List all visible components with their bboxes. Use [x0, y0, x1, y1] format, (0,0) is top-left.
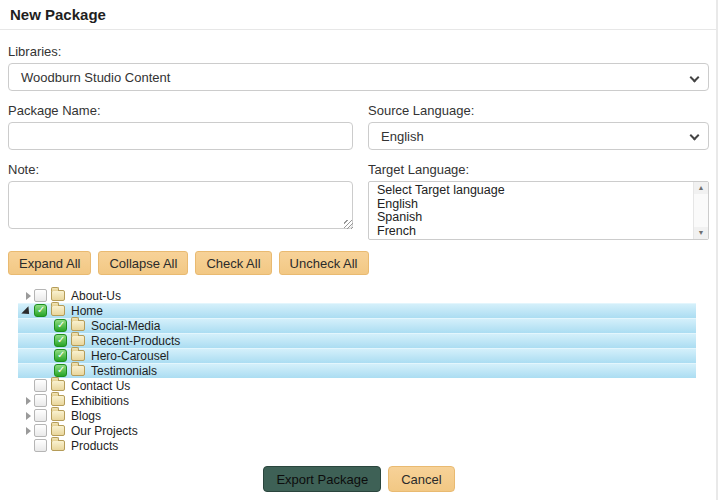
- tree-row[interactable]: Social-Media: [18, 318, 696, 333]
- scroll-down-icon[interactable]: ▼: [694, 227, 708, 239]
- tree-indent: [18, 325, 38, 326]
- tree-row[interactable]: Products: [18, 438, 696, 453]
- libraries-label: Libraries:: [8, 44, 61, 59]
- tree-node-label[interactable]: Products: [70, 439, 118, 453]
- target-language-option[interactable]: French: [375, 225, 708, 239]
- source-language-select-value: English: [381, 129, 424, 144]
- expand-all-button[interactable]: Expand All: [8, 251, 91, 275]
- checkbox-checked[interactable]: [54, 349, 67, 362]
- tree-row[interactable]: Contact Us: [18, 378, 696, 393]
- tree-row[interactable]: Testimonials: [18, 363, 696, 378]
- package-name-label: Package Name:: [8, 103, 101, 118]
- target-language-label: Target Language:: [368, 162, 469, 177]
- content-tree: About-UsHomeSocial-MediaRecent-ProductsH…: [18, 288, 698, 453]
- tree-node-label[interactable]: Hero-Carousel: [90, 349, 169, 363]
- checkbox-unchecked[interactable]: [34, 409, 47, 422]
- expand-node-icon[interactable]: [18, 394, 34, 408]
- tree-row[interactable]: Home: [18, 303, 696, 318]
- folder-icon: [71, 365, 85, 376]
- tree-node-label[interactable]: Blogs: [70, 409, 101, 423]
- check-all-button[interactable]: Check All: [195, 251, 271, 275]
- tree-node-label[interactable]: About-Us: [70, 289, 121, 303]
- triangle-collapsed-icon: [26, 397, 31, 405]
- expand-node-icon[interactable]: [18, 289, 34, 303]
- tree-row[interactable]: Exhibitions: [18, 393, 696, 408]
- listbox-scrollbar[interactable]: ▲ ▼: [693, 182, 708, 239]
- folder-icon: [71, 335, 85, 346]
- tree-row[interactable]: About-Us: [18, 288, 696, 303]
- triangle-expanded-icon: [21, 306, 32, 317]
- checkbox-unchecked[interactable]: [34, 424, 47, 437]
- folder-icon: [51, 395, 65, 406]
- tree-row[interactable]: Our Projects: [18, 423, 696, 438]
- uncheck-all-button[interactable]: Uncheck All: [279, 251, 369, 275]
- folder-icon: [51, 425, 65, 436]
- checkbox-unchecked[interactable]: [34, 289, 47, 302]
- new-package-page: New Package Libraries: Woodburn Studio C…: [0, 0, 718, 500]
- chevron-down-icon: [690, 131, 700, 141]
- cancel-button[interactable]: Cancel: [388, 466, 454, 492]
- source-language-select[interactable]: English: [368, 122, 709, 150]
- target-language-option[interactable]: English: [375, 198, 708, 212]
- triangle-collapsed-icon: [26, 292, 31, 300]
- checkbox-checked[interactable]: [34, 304, 47, 317]
- triangle-collapsed-icon: [26, 412, 31, 420]
- checkbox-unchecked[interactable]: [34, 379, 47, 392]
- tree-indent: [18, 355, 38, 356]
- expand-node-icon[interactable]: [18, 409, 34, 423]
- page-title: New Package: [10, 6, 106, 23]
- title-divider: [0, 29, 718, 30]
- tree-node-label[interactable]: Social-Media: [90, 319, 160, 333]
- tree-indent: [18, 340, 38, 341]
- target-language-listbox[interactable]: Select Target languageEnglishSpanishFren…: [368, 181, 709, 240]
- source-language-label: Source Language:: [368, 103, 474, 118]
- expand-node-icon[interactable]: [18, 424, 34, 438]
- form-actions: Export Package Cancel: [0, 466, 718, 492]
- folder-icon: [51, 305, 65, 316]
- export-package-button[interactable]: Export Package: [263, 466, 381, 492]
- checkbox-unchecked[interactable]: [34, 439, 47, 452]
- scroll-up-icon[interactable]: ▲: [694, 182, 708, 194]
- tree-node-label[interactable]: Our Projects: [70, 424, 138, 438]
- checkbox-unchecked[interactable]: [34, 394, 47, 407]
- chevron-down-icon: [690, 73, 700, 83]
- tree-node-label[interactable]: Home: [70, 304, 103, 318]
- tree-node-label[interactable]: Exhibitions: [70, 394, 129, 408]
- tree-toolbar: Expand AllCollapse AllCheck AllUncheck A…: [8, 251, 369, 275]
- libraries-select[interactable]: Woodburn Studio Content: [8, 63, 709, 91]
- package-name-input[interactable]: [8, 122, 353, 150]
- tree-node-label[interactable]: Testimonials: [90, 364, 157, 378]
- tree-node-label[interactable]: Recent-Products: [90, 334, 180, 348]
- collapse-node-icon[interactable]: [18, 304, 34, 318]
- checkbox-checked[interactable]: [54, 319, 67, 332]
- tree-row[interactable]: Hero-Carousel: [18, 348, 696, 363]
- checkbox-checked[interactable]: [54, 334, 67, 347]
- folder-icon: [71, 350, 85, 361]
- folder-icon: [51, 410, 65, 421]
- folder-icon: [71, 320, 85, 331]
- folder-icon: [51, 440, 65, 451]
- libraries-select-value: Woodburn Studio Content: [21, 70, 170, 85]
- triangle-collapsed-icon: [26, 427, 31, 435]
- tree-indent: [18, 370, 38, 371]
- folder-icon: [51, 290, 65, 301]
- tree-row[interactable]: Blogs: [18, 408, 696, 423]
- tree-node-label[interactable]: Contact Us: [70, 379, 130, 393]
- tree-row[interactable]: Recent-Products: [18, 333, 696, 348]
- note-label: Note:: [8, 162, 39, 177]
- collapse-all-button[interactable]: Collapse All: [98, 251, 188, 275]
- target-language-option[interactable]: Select Target language: [375, 184, 708, 198]
- note-textarea[interactable]: [8, 181, 353, 229]
- folder-icon: [51, 380, 65, 391]
- checkbox-checked[interactable]: [54, 364, 67, 377]
- target-language-option[interactable]: Spanish: [375, 211, 708, 225]
